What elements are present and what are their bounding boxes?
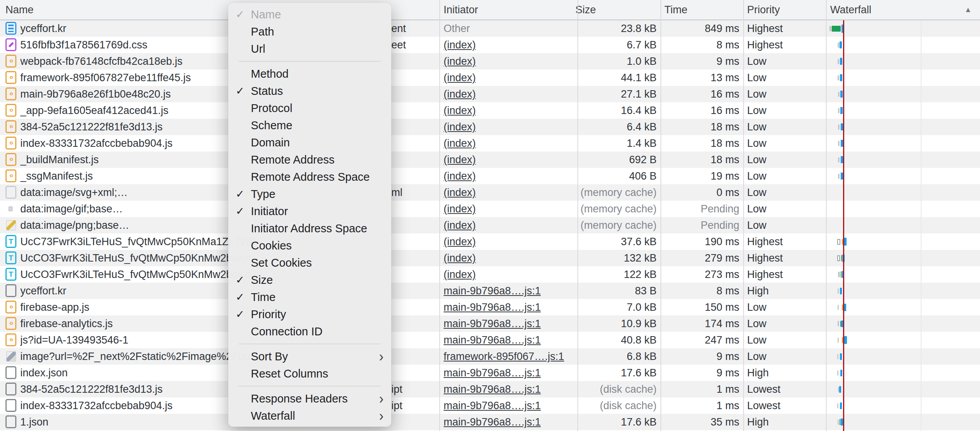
request-name: firebase-analytics.js bbox=[20, 315, 113, 332]
column-divider[interactable] bbox=[660, 0, 661, 431]
table-row[interactable]: TUcCO3FwrK3iLTeHuS_fvQtMwCp50KnMw2boKo(i… bbox=[0, 266, 980, 283]
table-row[interactable]: ‹›framework-895f067827ebe11ffe45.js(inde… bbox=[0, 69, 980, 86]
menu-item-size[interactable]: ✓Size bbox=[228, 271, 391, 289]
initiator-link[interactable]: main-9b796a8….js:1 bbox=[444, 283, 541, 299]
menu-item-status[interactable]: ✓Status bbox=[228, 82, 391, 100]
initiator-link[interactable]: (index) bbox=[444, 250, 476, 266]
menu-item-domain[interactable]: Domain bbox=[228, 134, 391, 151]
table-row[interactable]: ‹›firebase-app.jsmain-9b796a8….js:17.0 k… bbox=[0, 299, 980, 315]
menu-item-response-headers[interactable]: Response Headers› bbox=[228, 390, 391, 407]
initiator-link[interactable]: main-9b796a8….js:1 bbox=[444, 381, 541, 397]
table-row[interactable]: index-83331732afccbebab904.jsiptmain-9b7… bbox=[0, 397, 980, 414]
sort-ascending-icon[interactable]: ▲ bbox=[964, 0, 972, 20]
menu-item-time[interactable]: ✓Time bbox=[228, 289, 391, 306]
table-row[interactable]: ‹›main-9b796a8e26f1b0e48c20.js(index)27.… bbox=[0, 86, 980, 102]
size-value: (disk cache) bbox=[600, 381, 657, 397]
menu-item-label: Sort By bbox=[251, 350, 288, 363]
table-row[interactable]: data:image/png;base…(index)(memory cache… bbox=[0, 217, 980, 233]
initiator-link[interactable]: (index) bbox=[444, 119, 476, 135]
menu-item-type[interactable]: ✓Type bbox=[228, 185, 391, 203]
menu-item-set-cookies[interactable]: Set Cookies bbox=[228, 254, 391, 271]
column-divider[interactable] bbox=[577, 0, 578, 431]
menu-item-reset-columns[interactable]: Reset Columns bbox=[228, 365, 391, 382]
table-row[interactable]: ‹›index-83331732afccbebab904.js(index)1.… bbox=[0, 135, 980, 151]
menu-item-connection-id[interactable]: Connection ID bbox=[228, 323, 391, 340]
menu-item-waterfall[interactable]: Waterfall› bbox=[228, 407, 391, 424]
time-value: 1 ms bbox=[716, 381, 739, 397]
table-row[interactable]: yceffort.krentOther23.8 kB849 msHighest bbox=[0, 20, 980, 37]
menu-item-sort-by[interactable]: Sort By› bbox=[228, 348, 391, 365]
table-row[interactable]: TUcC73FwrK3iLTeHuS_fvQtMwCp50KnMa1ZL7W0(… bbox=[0, 233, 980, 250]
size-value: 1.4 kB bbox=[627, 135, 657, 151]
initiator-link[interactable]: main-9b796a8….js:1 bbox=[444, 365, 541, 381]
table-row[interactable]: ‹›js?id=UA-139493546-1main-9b796a8….js:1… bbox=[0, 332, 980, 348]
menu-item-label: Type bbox=[251, 188, 275, 201]
column-divider[interactable] bbox=[826, 0, 827, 431]
menu-item-scheme[interactable]: Scheme bbox=[228, 117, 391, 134]
priority-value: Low bbox=[747, 168, 767, 184]
menu-item-protocol[interactable]: Protocol bbox=[228, 100, 391, 117]
column-divider[interactable] bbox=[743, 0, 744, 431]
initiator-link[interactable]: (index) bbox=[444, 151, 476, 168]
table-row[interactable]: TUcCO3FwrK3iLTeHuS_fvQtMwCp50KnMw2boKo(i… bbox=[0, 250, 980, 266]
column-header-waterfall[interactable]: Waterfall bbox=[830, 0, 872, 20]
initiator-link[interactable]: main-9b796a8….js:1 bbox=[444, 414, 541, 430]
initiator-link[interactable]: main-9b796a8….js:1 bbox=[444, 332, 541, 348]
initiator-link[interactable]: (index) bbox=[444, 217, 476, 233]
initiator-link[interactable]: main-9b796a8….js:1 bbox=[444, 299, 541, 315]
table-row[interactable]: 384-52a5c121222f81fe3d13.jsiptmain-9b796… bbox=[0, 381, 980, 397]
initiator-link[interactable]: framework-895f067….js:1 bbox=[444, 348, 564, 365]
table-row[interactable]: image?url=%2F_next%2Fstatic%2Fimage%2Fpu… bbox=[0, 348, 980, 365]
initiator-link[interactable]: main-9b796a8….js:1 bbox=[444, 397, 541, 414]
menu-item-path[interactable]: Path bbox=[228, 23, 391, 40]
table-row[interactable]: ‹›_app-9efa1605eaf412aced41.js(index)16.… bbox=[0, 102, 980, 119]
column-header-time[interactable]: Time bbox=[664, 0, 687, 20]
initiator-link[interactable]: (index) bbox=[444, 233, 476, 250]
time-value: 150 ms bbox=[705, 299, 739, 315]
menu-item-remote-address-space[interactable]: Remote Address Space bbox=[228, 168, 391, 185]
table-row[interactable]: ‹›firebase-analytics.jsmain-9b796a8….js:… bbox=[0, 315, 980, 332]
domcontentloaded-marker-line bbox=[843, 20, 844, 431]
table-row[interactable]: 516fbfb3f1a78561769d.csseet(index)6.7 kB… bbox=[0, 37, 980, 53]
waterfall-segment-b bbox=[840, 107, 843, 114]
initiator-link[interactable]: main-9b796a8….js:1 bbox=[444, 315, 541, 332]
initiator-link[interactable]: (index) bbox=[444, 266, 476, 283]
table-row[interactable]: ‹›webpack-fb76148cfcfb42ca18eb.js(index)… bbox=[0, 53, 980, 69]
table-row[interactable]: data:image/gif;base…(index)(memory cache… bbox=[0, 201, 980, 217]
initiator-link[interactable]: (index) bbox=[444, 168, 476, 184]
table-row[interactable]: data:image/svg+xml;…ml(index)(memory cac… bbox=[0, 184, 980, 201]
menu-item-url[interactable]: Url bbox=[228, 40, 391, 57]
size-value: (disk cache) bbox=[600, 397, 657, 414]
initiator-link[interactable]: (index) bbox=[444, 69, 476, 86]
script-icon: ‹› bbox=[5, 169, 16, 182]
menu-item-initiator[interactable]: ✓Initiator bbox=[228, 203, 391, 220]
request-name: UcCO3FwrK3iLTeHuS_fvQtMwCp50KnMw2boKo bbox=[20, 250, 251, 266]
column-header-initiator[interactable]: Initiator bbox=[444, 0, 478, 20]
column-header-size[interactable]: Size bbox=[575, 0, 596, 20]
menu-item-method[interactable]: Method bbox=[228, 65, 391, 82]
column-header-priority[interactable]: Priority bbox=[747, 0, 780, 20]
menu-item-initiator-address-space[interactable]: Initiator Address Space bbox=[228, 220, 391, 237]
initiator-link[interactable]: (index) bbox=[444, 102, 476, 119]
initiator-link[interactable]: (index) bbox=[444, 37, 476, 53]
waterfall-segment-b bbox=[840, 41, 842, 48]
table-row[interactable]: 1.jsonmain-9b796a8….js:117.6 kB35 msHigh bbox=[0, 414, 980, 430]
initiator-link[interactable]: (index) bbox=[444, 184, 476, 201]
initiator-link[interactable]: (index) bbox=[444, 135, 476, 151]
column-divider[interactable] bbox=[439, 0, 440, 431]
menu-item-remote-address[interactable]: Remote Address bbox=[228, 151, 391, 168]
menu-item-cookies[interactable]: Cookies bbox=[228, 237, 391, 254]
waterfall-bar bbox=[826, 365, 978, 381]
initiator-link[interactable]: (index) bbox=[444, 86, 476, 102]
check-icon: ✓ bbox=[236, 203, 245, 220]
table-row[interactable]: yceffort.krmain-9b796a8….js:183 B8 msHig… bbox=[0, 283, 980, 299]
table-row[interactable]: ‹›_buildManifest.js(index)692 B18 msLow bbox=[0, 151, 980, 168]
column-header-name[interactable]: Name bbox=[5, 0, 34, 20]
table-row[interactable]: index.jsonmain-9b796a8….js:117.6 kB9 msH… bbox=[0, 365, 980, 381]
menu-item-priority[interactable]: ✓Priority bbox=[228, 306, 391, 323]
initiator-link[interactable]: (index) bbox=[444, 53, 476, 69]
table-row[interactable]: ‹›384-52a5c121222f81fe3d13.js(index)6.4 … bbox=[0, 119, 980, 135]
check-icon: ✓ bbox=[236, 6, 245, 23]
table-row[interactable]: ‹›_ssgManifest.js(index)406 B19 msLow bbox=[0, 168, 980, 184]
initiator-link[interactable]: (index) bbox=[444, 201, 476, 217]
